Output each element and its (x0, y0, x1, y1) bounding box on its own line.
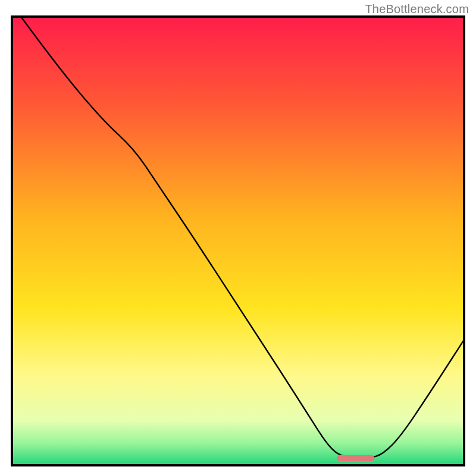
chart-container: TheBottleneck.com (0, 0, 476, 476)
bottleneck-chart-canvas (0, 0, 476, 476)
